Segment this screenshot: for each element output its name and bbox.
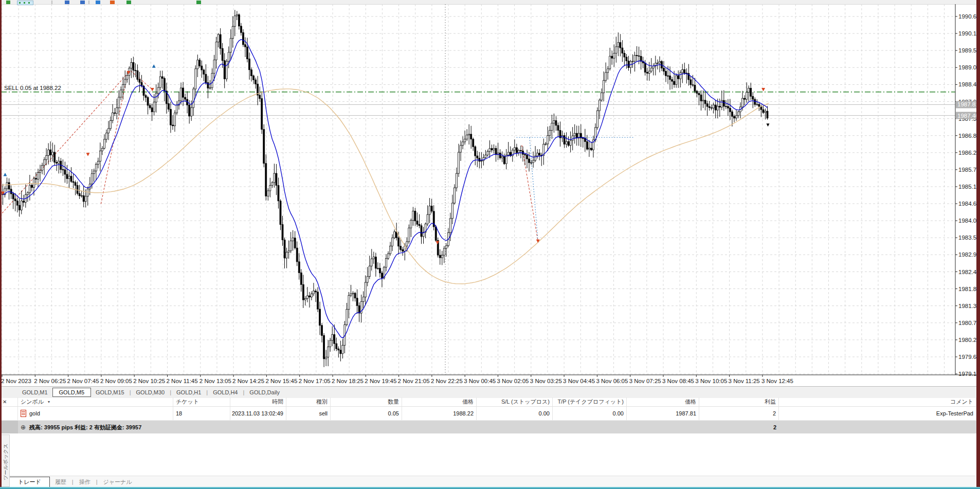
time-axis-label: 3 Nov 02:05 — [497, 378, 529, 384]
mt5-strategy-tester-window: 1990.661990.111989.561989.011988.461987.… — [0, 0, 980, 489]
candlestick-series — [2, 10, 768, 367]
column-header-10[interactable]: コメント — [779, 397, 976, 406]
price-axis-label: 1990.66 — [958, 13, 976, 20]
price-axis-label: 1981.86 — [958, 286, 976, 292]
chart-timeframe-tabbar: GOLD,M1GOLD,M5GOLD,M15|GOLD,M30|GOLD,H1|… — [0, 386, 976, 398]
column-header-label: 価格 — [685, 398, 696, 406]
time-axis-label: 3 Nov 08:45 — [662, 378, 694, 384]
toolbox-close-button[interactable]: ✕ — [0, 397, 18, 406]
window-left-border — [0, 0, 2, 487]
column-header-8[interactable]: 価格 — [627, 397, 699, 406]
indicator-green-icon-fragment[interactable] — [126, 1, 131, 4]
symbol-doc-icon — [21, 410, 26, 417]
column-header-9[interactable]: 利益 — [699, 397, 779, 406]
column-header-7[interactable]: T/P (テイクプロフィット) — [553, 397, 627, 406]
column-header-4[interactable]: 数量 — [331, 397, 402, 406]
chart-tab-gold-m15[interactable]: GOLD,M15 — [91, 388, 129, 397]
price-axis-label: 1989.01 — [958, 64, 976, 70]
chevron-down-icon[interactable]: ▾ — [48, 400, 50, 404]
algo-dot-icon — [19, 2, 21, 4]
row-gutter — [0, 407, 18, 420]
time-axis-label: 2 Nov 2023 — [1, 378, 31, 384]
position-ticket: 18 — [173, 407, 230, 420]
crosshair-icon-fragment[interactable] — [65, 1, 69, 4]
column-header-2[interactable]: 時間 — [230, 397, 286, 406]
toolbox-vertical-tab[interactable]: ツールボックス — [2, 434, 10, 487]
price-axis-label: 1986.26 — [958, 150, 976, 156]
column-header-label: 時間 — [272, 398, 283, 406]
close-icon: ✕ — [3, 399, 7, 405]
column-header-6[interactable]: S/L (ストップロス) — [477, 397, 553, 406]
price-chart-svg[interactable]: 1990.661990.111989.561989.011988.461987.… — [0, 4, 976, 386]
chart-tab-gold-h1[interactable]: GOLD,H1 — [172, 388, 206, 397]
algo-dot-icon — [24, 2, 25, 4]
position-time: 2023.11.03 13:02:49 — [230, 407, 286, 420]
open-position-label: SELL 0.05 at 1988.22 — [4, 85, 61, 91]
timeframe-green-icon-fragment[interactable] — [196, 1, 201, 4]
time-axis-label: 2 Nov 17:05 — [299, 378, 331, 384]
column-header-1[interactable]: チケット — [173, 397, 230, 406]
time-axis-label: 2 Nov 22:25 — [431, 378, 463, 384]
time-axis-label: 3 Nov 06:05 — [596, 378, 628, 384]
chart-tab-gold-h4[interactable]: GOLD,H4 — [208, 388, 242, 397]
column-header-label: 利益 — [765, 398, 776, 406]
chart-tab-gold-m30[interactable]: GOLD,M30 — [132, 388, 170, 397]
draw-icon-fragment[interactable] — [80, 1, 85, 4]
time-axis-label: 2 Nov 06:25 — [34, 378, 66, 384]
open-position-row[interactable]: gold182023.11.03 13:02:49sell0.051988.22… — [0, 407, 976, 421]
position-comment: Exp-TesterPad — [779, 407, 976, 420]
chart-tab-gold-m5[interactable]: GOLD,M5 — [52, 388, 92, 397]
toolbar-separator — [88, 1, 89, 4]
column-header-label: 価格 — [462, 398, 474, 406]
toolbox-vertical-label: ツールボックス — [2, 444, 9, 480]
time-axis-label: 2 Nov 21:05 — [398, 378, 430, 384]
position-symbol: gold — [29, 410, 40, 416]
summary-comment-spacer — [779, 421, 976, 434]
column-header-label: チケット — [176, 398, 199, 406]
column-header-0[interactable]: シンボル▾ — [18, 397, 173, 406]
buy-signal-icon — [152, 64, 156, 68]
buy-signal-icon — [3, 173, 7, 176]
column-header-label: シンボル — [21, 398, 44, 406]
price-axis-label: 1982.41 — [958, 269, 976, 275]
price-axis-label: 1982.96 — [958, 251, 976, 258]
position-tp: 0.00 — [553, 407, 627, 420]
current-bar-pointer-icon — [767, 123, 770, 126]
chart-tab-gold-m1[interactable]: GOLD,M1 — [17, 388, 52, 397]
summary-text-cell: ⊕残高: 39955 pips 利益: 2 有効証拠金: 39957 — [18, 421, 699, 434]
indicator-blue-icon-fragment[interactable] — [96, 1, 100, 4]
toolbox-tab-2[interactable]: 操作 — [74, 477, 96, 487]
account-summary-row[interactable]: ⊕残高: 39955 pips 利益: 2 有効証拠金: 399572 — [0, 421, 976, 434]
fast-ma-line[interactable] — [3, 40, 768, 338]
price-axis-label: 1985.71 — [958, 167, 976, 173]
column-header-5[interactable]: 価格 — [402, 397, 477, 406]
toolbar-separator — [51, 1, 52, 4]
time-axis-label: 2 Nov 10:25 — [133, 378, 165, 384]
expand-tree-icon[interactable]: ⊕ — [21, 424, 26, 431]
indicator-orange-icon-fragment[interactable] — [110, 1, 115, 4]
time-axis-label: 2 Nov 09:05 — [100, 378, 132, 384]
sell-signal-icon — [86, 153, 89, 156]
account-summary-text: 残高: 39955 pips 利益: 2 有効証拠金: 39957 — [29, 424, 141, 431]
toolbox-tab-1[interactable]: 履歴 — [50, 477, 71, 487]
time-axis-label: 3 Nov 10:05 — [695, 378, 727, 384]
position-type: sell — [286, 407, 331, 420]
time-axis-label: 2 Nov 15:45 — [265, 378, 297, 384]
position-current-price: 1987.81 — [627, 407, 699, 420]
price-axis-label: 1984.06 — [958, 218, 976, 224]
chart-canvas[interactable]: 1990.661990.111989.561989.011988.461987.… — [0, 4, 976, 386]
column-header-3[interactable]: 種別 — [286, 397, 331, 406]
toolbox-tab-3[interactable]: ジャーナル — [98, 477, 137, 487]
price-axis-label: 1989.56 — [958, 47, 976, 53]
price-axis-label: 1988.46 — [958, 81, 976, 87]
column-header-label: コメント — [950, 398, 973, 406]
position-open-price: 1988.22 — [402, 407, 477, 420]
price-axis-label: 1979.66 — [958, 354, 976, 360]
summary-profit-value: 2 — [699, 421, 779, 434]
price-axis-label: 1983.51 — [958, 234, 976, 241]
toolbox-empty-area — [0, 433, 976, 476]
toolbox-tab-0[interactable]: トレード — [9, 477, 50, 487]
new-chart-icon-fragment[interactable] — [6, 1, 10, 4]
column-header-label: 種別 — [316, 398, 328, 406]
chart-tab-gold-daily[interactable]: GOLD,Daily — [245, 388, 284, 397]
